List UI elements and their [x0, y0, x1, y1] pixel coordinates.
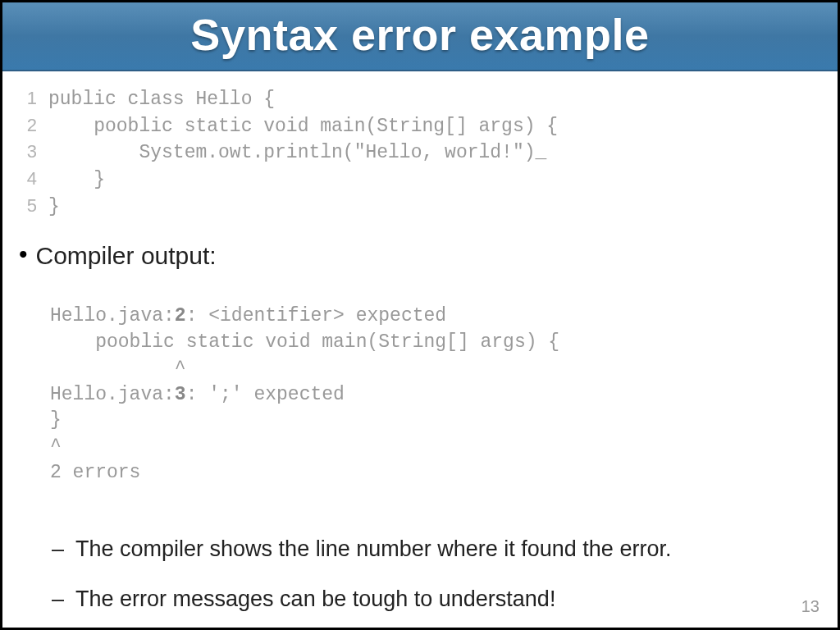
co-l7: 2 errors — [50, 462, 140, 483]
title-bar: Syntax error example — [2, 2, 838, 71]
code-line: 1 public class Hello { — [17, 86, 813, 113]
line-code: pooblic static void main(String[] args) … — [37, 114, 558, 140]
line-code: System.owt.println("Hello, world!")_ — [37, 140, 546, 167]
co-l5: } — [50, 409, 62, 431]
line-number: 2 — [17, 113, 37, 138]
bullet-label: Compiler output: — [36, 242, 217, 270]
co-l4b: : ';' expected — [186, 384, 345, 405]
code-listing: 1 public class Hello { 2 pooblic static … — [17, 86, 813, 221]
co-l4a: Hello.java: — [50, 384, 175, 405]
co-l3: ^ — [50, 358, 186, 379]
line-number: 5 — [17, 194, 37, 218]
sub-bullet: – The error messages can be tough to und… — [52, 585, 813, 614]
sub-bullet-list: – The compiler shows the line number whe… — [52, 535, 813, 614]
page-number: 13 — [801, 597, 819, 616]
slide-title: Syntax error example — [2, 9, 838, 60]
line-code: } — [37, 194, 60, 221]
bullet-icon: • — [19, 242, 28, 267]
sub-bullet: – The compiler shows the line number whe… — [52, 535, 813, 564]
code-line: 2 pooblic static void main(String[] args… — [17, 113, 813, 140]
compiler-output-block: Hello.java:2: <identifier> expected poob… — [50, 278, 813, 513]
line-number: 4 — [17, 167, 37, 191]
sub-bullet-text: The error messages can be tough to under… — [75, 585, 555, 614]
line-code: public class Hello { — [37, 87, 275, 113]
code-line: 3 System.owt.println("Hello, world!")_ — [17, 139, 813, 167]
slide-content: 1 public class Hello { 2 pooblic static … — [2, 71, 838, 630]
co-l1n: 2 — [175, 305, 186, 326]
dash-icon: – — [52, 535, 64, 564]
co-l1a: Hello.java: — [50, 305, 175, 326]
dash-icon: – — [52, 585, 64, 614]
co-l4n: 3 — [175, 384, 186, 405]
co-l6: ^ — [50, 436, 62, 457]
sub-bullet-text: The compiler shows the line number where… — [75, 535, 671, 564]
code-line: 4 } — [17, 167, 813, 194]
slide: Syntax error example 1 public class Hell… — [0, 0, 840, 630]
bullet-compiler-output: • Compiler output: — [19, 242, 813, 270]
co-l2: pooblic static void main(String[] args) … — [50, 331, 559, 353]
code-line: 5 } — [17, 194, 813, 221]
line-code: } — [37, 167, 105, 194]
line-number: 3 — [17, 139, 37, 164]
line-number: 1 — [17, 86, 37, 111]
co-l1b: : <identifier> expected — [186, 305, 446, 326]
